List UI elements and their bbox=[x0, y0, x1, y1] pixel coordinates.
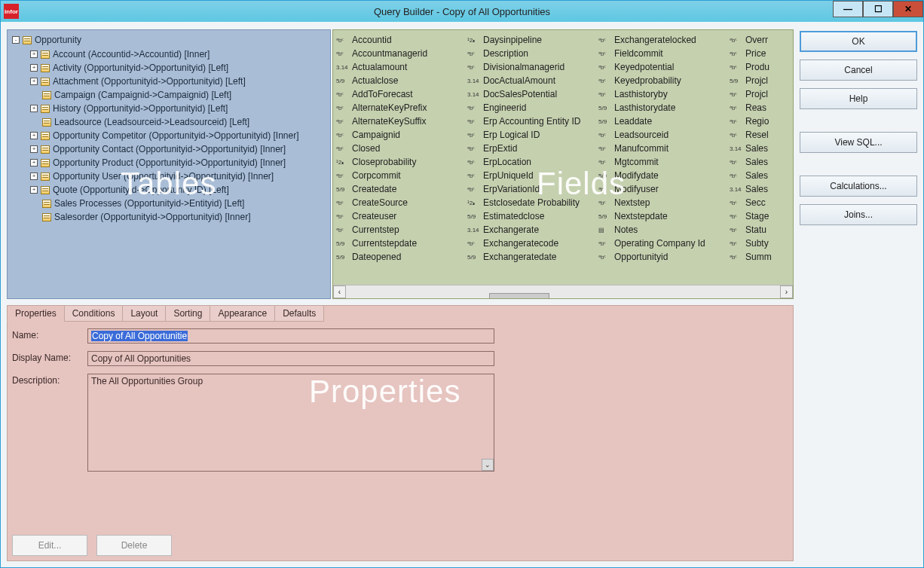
field-item[interactable]: 3.14Exchangerate bbox=[467, 223, 598, 237]
tree-item[interactable]: +Opportunity Competitor (Opportunityid->… bbox=[30, 129, 326, 142]
field-item[interactable]: ᵃbᶜLasthistoryby bbox=[598, 87, 730, 101]
field-item[interactable]: 3.14Sales bbox=[730, 142, 775, 155]
field-item[interactable]: ᵃbᶜOverr bbox=[730, 33, 775, 47]
tab-defaults[interactable]: Defaults bbox=[274, 305, 324, 322]
description-textarea[interactable]: The All Opportunities Group ⌄ bbox=[87, 374, 494, 472]
expand-icon[interactable]: + bbox=[30, 50, 38, 58]
field-item[interactable]: 3.14DocSalesPotential bbox=[467, 87, 598, 101]
tree-item[interactable]: +Opportunity Product (Opportunityid->Opp… bbox=[30, 156, 326, 169]
field-item[interactable]: 5/9Exchangeratedate bbox=[467, 250, 598, 264]
minimize-button[interactable]: — bbox=[833, 1, 863, 17]
field-item[interactable]: ᵃbᶜSumm bbox=[730, 250, 775, 264]
tree-item[interactable]: Campaign (Campaignid->Campaignid) [Left] bbox=[30, 88, 326, 102]
tree-item[interactable]: +Quote (Opportunityid->Opportunity ID) [… bbox=[30, 183, 326, 197]
field-item[interactable]: ᵃbᶜErp Logical ID bbox=[467, 128, 598, 142]
field-item[interactable]: 5/9Modifydate bbox=[598, 169, 730, 182]
tree-item[interactable]: +Opportunity User (Opportunityid->Opport… bbox=[30, 169, 326, 183]
field-item[interactable]: ᵃbᶜReas bbox=[730, 101, 775, 115]
field-item[interactable]: ᵃbᶜCurrentstep bbox=[336, 223, 467, 237]
collapse-icon[interactable]: - bbox=[12, 36, 20, 44]
field-item[interactable]: ᵃbᶜStatu bbox=[730, 223, 775, 237]
tree-item[interactable]: +History (Opportunityid->Opportunityid) … bbox=[30, 102, 326, 115]
tree-root[interactable]: - Opportunity bbox=[12, 35, 326, 45]
name-input[interactable]: Copy of All Opportunitie bbox=[87, 328, 494, 344]
textarea-scroll-down-icon[interactable]: ⌄ bbox=[482, 459, 494, 471]
field-item[interactable]: ᵃbᶜSales bbox=[730, 169, 775, 182]
tree-item[interactable]: Leadsource (Leadsourceid->Leadsourceid) … bbox=[30, 115, 326, 129]
field-item[interactable]: ᵃbᶜAccountid bbox=[336, 33, 467, 47]
field-item[interactable]: ᵃbᶜProjcl bbox=[730, 87, 775, 101]
field-item[interactable]: ᵃbᶜSubty bbox=[730, 237, 775, 250]
view-sql-button[interactable]: View SQL... bbox=[800, 132, 917, 153]
field-item[interactable]: ᵃbᶜExchangeratelocked bbox=[598, 33, 730, 47]
field-item[interactable]: 5/9Nextstepdate bbox=[598, 209, 730, 223]
scroll-left-icon[interactable]: ‹ bbox=[333, 286, 346, 298]
tree-item[interactable]: +Account (Accountid->Accountid) [Inner] bbox=[30, 47, 326, 61]
maximize-button[interactable]: ☐ bbox=[863, 1, 893, 17]
field-item[interactable]: ᵃbᶜEngineerid bbox=[467, 101, 598, 115]
field-item[interactable]: ᵃbᶜRegio bbox=[730, 115, 775, 128]
field-item[interactable]: ¹2₃Daysinpipeline bbox=[467, 33, 598, 47]
field-item[interactable]: ᵃbᶜClosed bbox=[336, 142, 467, 155]
field-item[interactable]: ᵃbᶜOpportunityid bbox=[598, 250, 730, 264]
expand-icon[interactable]: + bbox=[30, 159, 38, 166]
field-item[interactable]: 5/9Createdate bbox=[336, 182, 467, 196]
joins-button[interactable]: Joins... bbox=[800, 204, 917, 225]
field-item[interactable]: ᵃbᶜCreateSource bbox=[336, 196, 467, 209]
expand-icon[interactable]: + bbox=[30, 132, 38, 139]
field-item[interactable]: 3.14Sales bbox=[730, 182, 775, 196]
delete-button[interactable]: Delete bbox=[96, 535, 172, 556]
field-item[interactable]: ᵃbᶜLeadsourceid bbox=[598, 128, 730, 142]
field-item[interactable]: 3.14Actualamount bbox=[336, 60, 467, 74]
tree-item[interactable]: +Opportunity Contact (Opportunityid->Opp… bbox=[30, 142, 326, 156]
field-item[interactable]: ᵃbᶜDescription bbox=[467, 47, 598, 60]
field-item[interactable]: ᵃbᶜCampaignid bbox=[336, 128, 467, 142]
expand-icon[interactable]: + bbox=[30, 186, 38, 194]
field-item[interactable]: ᵃbᶜOperating Company Id bbox=[598, 237, 730, 250]
field-item[interactable]: ᵃbᶜExchangeratecode bbox=[467, 237, 598, 250]
field-item[interactable]: ᵃbᶜErpVariationId bbox=[467, 182, 598, 196]
field-item[interactable]: ᵃbᶜPrice bbox=[730, 47, 775, 60]
field-item[interactable]: 3.14DocActualAmount bbox=[467, 74, 598, 87]
fields-horizontal-scrollbar[interactable]: ‹ › bbox=[333, 285, 793, 298]
close-button[interactable]: ✕ bbox=[893, 1, 923, 17]
field-item[interactable]: 5/9Leaddate bbox=[598, 115, 730, 128]
tree-item[interactable]: Salesorder (Opportunityid->Opportunityid… bbox=[30, 210, 326, 224]
fields-pane[interactable]: ᵃbᶜAccountidᵃbᶜAccountmanagerid3.14Actua… bbox=[332, 29, 794, 299]
field-item[interactable]: ᵃbᶜFieldcommit bbox=[598, 47, 730, 60]
field-item[interactable]: 5/9Projcl bbox=[730, 74, 775, 87]
expand-icon[interactable]: + bbox=[30, 64, 38, 72]
tables-pane[interactable]: - Opportunity +Account (Accountid->Accou… bbox=[7, 29, 331, 299]
field-item[interactable]: ᵃbᶜErpUniqueId bbox=[467, 169, 598, 182]
field-item[interactable]: 5/9Actualclose bbox=[336, 74, 467, 87]
tab-properties[interactable]: Properties bbox=[7, 305, 65, 322]
field-item[interactable]: ᵃbᶜCorpcommit bbox=[336, 169, 467, 182]
field-item[interactable]: ᵃbᶜErpExtid bbox=[467, 142, 598, 155]
field-item[interactable]: ᵃbᶜErp Accounting Entity ID bbox=[467, 115, 598, 128]
field-item[interactable]: ᵃbᶜNextstep bbox=[598, 196, 730, 209]
field-item[interactable]: ᵃbᶜMgtcommit bbox=[598, 155, 730, 169]
field-item[interactable]: ᵃbᶜAddToForecast bbox=[336, 87, 467, 101]
field-item[interactable]: ᵃbᶜSecc bbox=[730, 196, 775, 209]
field-item[interactable]: ᵃbᶜKeyedpotential bbox=[598, 60, 730, 74]
field-item[interactable]: ᵃbᶜProdu bbox=[730, 60, 775, 74]
help-button[interactable]: Help bbox=[800, 88, 917, 109]
field-item[interactable]: ᵃbᶜCreateuser bbox=[336, 209, 467, 223]
field-item[interactable]: ᵃbᶜStage bbox=[730, 209, 775, 223]
field-item[interactable]: ᵃbᶜAlternateKeyPrefix bbox=[336, 101, 467, 115]
expand-icon[interactable]: + bbox=[30, 105, 38, 112]
expand-icon[interactable]: + bbox=[30, 173, 38, 180]
cancel-button[interactable]: Cancel bbox=[800, 60, 917, 81]
field-item[interactable]: 5/9Estimatedclose bbox=[467, 209, 598, 223]
field-item[interactable]: 5/9Currentstepdate bbox=[336, 237, 467, 250]
field-item[interactable]: ¹2₃Estclosedate Probability bbox=[467, 196, 598, 209]
tab-conditions[interactable]: Conditions bbox=[64, 305, 124, 322]
field-item[interactable]: ᵃbᶜErpLocation bbox=[467, 155, 598, 169]
field-item[interactable]: ᵃbᶜResel bbox=[730, 128, 775, 142]
field-item[interactable]: ᵃbᶜModifyuser bbox=[598, 182, 730, 196]
expand-icon[interactable]: + bbox=[30, 78, 38, 85]
field-item[interactable]: ᵃbᶜKeyedprobability bbox=[598, 74, 730, 87]
field-item[interactable]: ᵃbᶜSales bbox=[730, 155, 775, 169]
scroll-right-icon[interactable]: › bbox=[780, 286, 793, 298]
tab-sorting[interactable]: Sorting bbox=[165, 305, 210, 322]
